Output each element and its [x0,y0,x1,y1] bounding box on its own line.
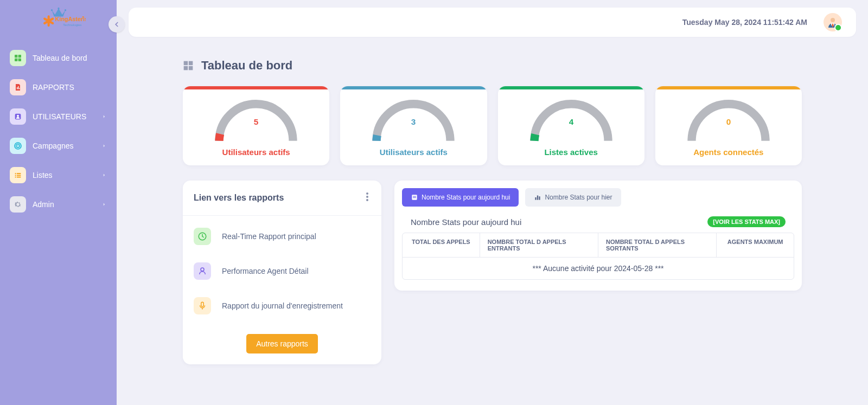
sidebar-item-users[interactable]: UTILISATEURS [10,102,107,131]
gauge-label: Listes actives [503,147,639,157]
report-icon [10,79,26,95]
sidebar-nav: Tableau de bord RAPPORTS UTILISATEURS [0,43,117,219]
list-icon [10,167,26,183]
svg-point-16 [17,145,18,146]
report-link-agent-performance[interactable]: Performance Agent Détail [190,254,374,288]
svg-rect-34 [201,302,204,306]
svg-rect-25 [184,61,188,66]
sidebar-item-admin[interactable]: Admin [10,190,107,219]
svg-point-4 [82,16,84,18]
gauge-label: Utilisateurs actifs [346,147,481,157]
chevron-right-icon [101,142,107,150]
sidebar-item-label: Campagnes [33,142,74,150]
view-stats-max-button[interactable]: [VOIR LES STATS MAX] [707,216,786,227]
gauge-value: 4 [569,117,573,126]
sidebar-item-label: Tableau de bord [33,54,87,62]
dots-vertical-icon [366,192,368,201]
sidebar-item-label: Admin [33,200,54,209]
report-links-title: Lien vers les rapports [194,193,284,203]
stats-section-title: Nombre Stats pour aujourd hui [411,217,521,227]
stats-tabs: Nombre Stats pour aujourd hui Nombre Sta… [402,188,794,207]
tab-stats-yesterday[interactable]: Nombre Stats pour hier [525,188,621,207]
stats-card: Nombre Stats pour aujourd hui Nombre Sta… [394,181,802,291]
bar-chart-icon [534,194,541,201]
svg-rect-37 [413,197,416,198]
svg-rect-38 [535,197,537,200]
gauge-icon: 5 [207,97,305,143]
gauge-row: 5 Utilisateurs actifs 3 Utilisateu [183,86,802,165]
svg-rect-19 [15,175,16,176]
sidebar-item-label: Listes [33,171,53,179]
svg-rect-40 [539,196,540,200]
svg-point-0 [50,9,52,11]
tab-stats-today[interactable]: Nombre Stats pour aujourd hui [402,188,519,207]
svg-rect-11 [19,88,20,89]
svg-point-2 [64,9,66,11]
sidebar-item-campaigns[interactable]: Campagnes [10,131,107,160]
report-links-card: Lien vers les rapports Real-Time Rapport… [183,181,381,364]
tab-label: Nombre Stats pour hier [545,194,612,201]
svg-rect-39 [537,196,538,200]
gauge-icon: 4 [522,97,620,143]
document-icon [411,194,418,201]
top-bar: Tuesday May 28, 2024 11:51:42 AM [129,8,856,37]
svg-point-30 [366,196,368,198]
svg-rect-28 [189,66,193,70]
svg-rect-27 [184,66,188,70]
sidebar-collapse-button[interactable] [108,16,125,33]
gauge-value: 0 [726,117,731,126]
svg-point-1 [58,8,59,9]
column-header: NOMBRE TOTAL D APPELS SORTANTS [598,233,717,258]
svg-rect-26 [189,61,193,66]
report-link-label: Rapport du journal d'enregistrement [222,301,343,310]
person-icon [826,16,839,29]
report-link-label: Performance Agent Détail [222,267,309,275]
sidebar-item-label: UTILISATEURS [33,112,86,121]
gauge-card-active-users-red: 5 Utilisateurs actifs [183,86,329,165]
svg-rect-6 [18,55,21,57]
report-link-realtime[interactable]: Real-Time Rapport principal [190,219,374,254]
svg-rect-20 [17,175,21,176]
svg-point-29 [366,192,368,195]
table-header-row: TOTAL DES APPELS NOMBRE TOTAL D APPELS E… [403,233,794,258]
microphone-icon [194,297,211,314]
gauge-card-connected-agents: 0 Agents connectés [655,86,802,165]
svg-rect-17 [15,173,16,174]
chevron-right-icon [101,112,107,121]
column-header: AGENTS MAXIMUM [717,233,794,258]
svg-rect-9 [17,87,17,89]
sidebar-item-label: RAPPORTS [33,83,74,92]
gauge-label: Agents connectés [661,147,796,157]
other-reports-button[interactable]: Autres rapports [246,334,318,353]
avatar[interactable] [824,13,842,31]
target-icon [10,138,26,154]
chevron-right-icon [101,200,107,209]
page-title: Tableau de bord [201,59,292,73]
report-link-recording-log[interactable]: Rapport du journal d'enregistrement [190,288,374,323]
person-icon [194,262,211,280]
sidebar: KingAsterisk Technologies Tableau de bor… [0,0,117,405]
column-header: NOMBRE TOTAL D APPELS ENTRANTS [480,233,598,258]
gauge-icon: 3 [365,97,462,143]
svg-point-23 [831,18,835,22]
brand-main-text: KingAsterisk [55,16,86,22]
gauge-icon: 0 [680,97,777,143]
sidebar-item-dashboard[interactable]: Tableau de bord [10,43,107,73]
chevron-right-icon [101,171,107,179]
tab-label: Nombre Stats pour aujourd hui [422,194,510,201]
more-menu-button[interactable] [364,190,371,205]
svg-point-33 [201,268,204,271]
users-icon [10,108,26,125]
sidebar-item-reports[interactable]: RAPPORTS [10,73,107,102]
column-header: TOTAL DES APPELS [403,233,480,258]
chevron-left-icon [113,21,120,28]
sidebar-item-lists[interactable]: Listes [10,160,107,190]
gauge-value: 3 [411,117,416,126]
svg-rect-5 [15,55,17,57]
svg-rect-8 [18,59,21,61]
gauge-card-active-lists: 4 Listes actives [498,86,644,165]
svg-point-13 [17,115,19,117]
grid-icon [183,60,194,71]
svg-rect-10 [18,86,18,89]
svg-rect-7 [15,59,17,61]
